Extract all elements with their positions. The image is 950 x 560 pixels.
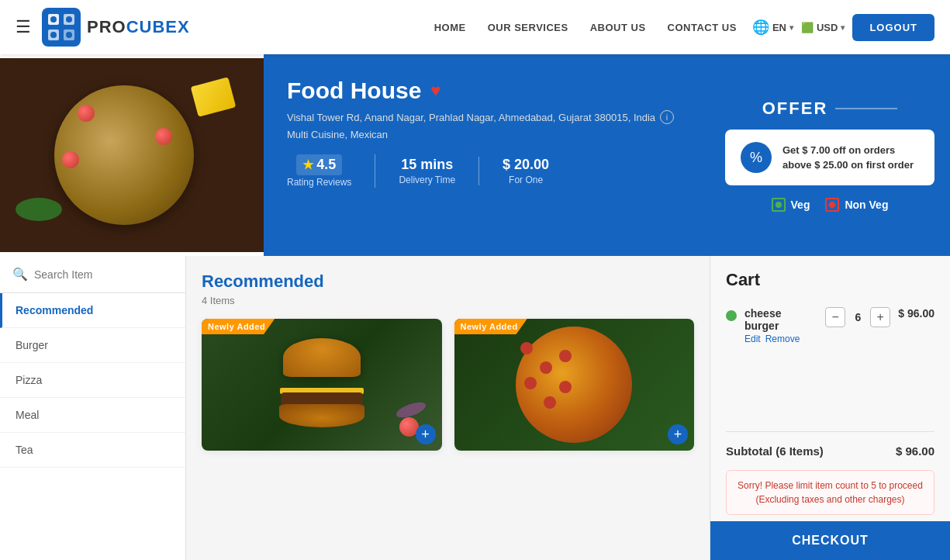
svg-point-7 bbox=[50, 32, 57, 38]
qty-control: − 6 + bbox=[825, 307, 890, 327]
newly-added-badge-2: Newly Added bbox=[454, 319, 527, 334]
bun-top bbox=[283, 338, 361, 377]
currency-chevron-icon: ▾ bbox=[841, 23, 845, 32]
add-burger-button[interactable]: + bbox=[416, 424, 436, 444]
qty-decrease-button[interactable]: − bbox=[825, 307, 845, 327]
restaurant-name: Food House bbox=[287, 78, 421, 104]
hero-info: Food House ♥ Vishal Tower Rd, Anand Naga… bbox=[264, 54, 710, 256]
food-card-burger[interactable]: Newly Added + bbox=[202, 319, 442, 451]
nonveg-filter[interactable]: Non Veg bbox=[825, 198, 888, 212]
delivery-stat: 15 mins Delivery Time bbox=[399, 157, 479, 185]
delivery-label: Delivery Time bbox=[399, 175, 455, 185]
nav-home[interactable]: HOME bbox=[434, 22, 466, 33]
cart-item-name: cheese burger bbox=[744, 307, 817, 332]
nav-about-us[interactable]: ABOUT US bbox=[590, 22, 646, 33]
logout-button[interactable]: LOGOUT bbox=[852, 14, 934, 41]
food-card-pizza[interactable]: Newly Added + bbox=[454, 319, 695, 451]
price-stat: $ 20.00 For One bbox=[503, 157, 572, 185]
cart-header: Cart bbox=[710, 256, 950, 299]
veg-nonveg-row: Veg Non Veg bbox=[772, 198, 889, 212]
hero-food-image bbox=[0, 58, 264, 252]
price-label: For One bbox=[509, 175, 543, 185]
currency-selector[interactable]: 🟩 USD ▾ bbox=[801, 22, 845, 33]
sidebar-item-meal[interactable]: Meal bbox=[0, 398, 185, 433]
subtotal-label: Subtotal (6 Items) bbox=[726, 444, 824, 458]
navbar-right: 🌐 EN ▾ 🟩 USD ▾ LOGOUT bbox=[752, 14, 934, 41]
hero-image-section bbox=[0, 54, 264, 256]
sidebar-item-pizza[interactable]: Pizza bbox=[0, 363, 185, 398]
qty-increase-button[interactable]: + bbox=[870, 307, 890, 327]
cart-item-info: cheese burger Edit Remove bbox=[744, 307, 817, 344]
rating-stat: ★ 4.5 Rating Reviews bbox=[287, 154, 375, 188]
newly-added-badge-1: Newly Added bbox=[202, 319, 275, 334]
navbar-links: HOME OUR SERVICES ABOUT US CONTACT US bbox=[434, 22, 737, 33]
subtotal-value: $ 96.00 bbox=[896, 444, 934, 458]
cart-items-list: cheese burger Edit Remove − 6 + $ 96.00 bbox=[710, 299, 950, 425]
sidebar-nav: Recommended Burger Pizza Meal Tea bbox=[0, 293, 185, 468]
stats-row: ★ 4.5 Rating Reviews 15 mins Delivery Ti… bbox=[287, 154, 686, 188]
svg-point-8 bbox=[66, 32, 72, 38]
rating-label: Rating Reviews bbox=[287, 177, 351, 188]
cuisine-type: Multi Cuisine, Mexican bbox=[287, 129, 686, 140]
search-box: 🔍 bbox=[0, 256, 185, 293]
search-input[interactable] bbox=[34, 268, 173, 281]
hamburger-icon[interactable]: ☰ bbox=[16, 17, 31, 37]
cart-panel: Cart cheese burger Edit Remove − 6 + $ 9… bbox=[710, 256, 950, 560]
star-icon: ★ bbox=[302, 157, 313, 172]
items-count: 4 Items bbox=[202, 295, 694, 306]
recommended-section-title: Recommended bbox=[202, 271, 694, 292]
bun-bottom bbox=[279, 404, 364, 427]
pizza-topping-3 bbox=[559, 350, 572, 362]
hero-section: Food House ♥ Vishal Tower Rd, Anand Naga… bbox=[0, 54, 950, 256]
main-content: 🔍 Recommended Burger Pizza Meal Tea Reco… bbox=[0, 256, 950, 560]
veg-filter[interactable]: Veg bbox=[772, 198, 810, 212]
search-icon: 🔍 bbox=[12, 267, 28, 282]
sidebar-item-tea[interactable]: Tea bbox=[0, 433, 185, 468]
nonveg-dot bbox=[828, 200, 837, 209]
offer-title: OFFER bbox=[762, 99, 898, 119]
burger-image: Newly Added + bbox=[202, 319, 442, 451]
address-info-icon[interactable]: i bbox=[660, 110, 674, 124]
pizza-topping-2 bbox=[540, 361, 552, 374]
pizza-image: Newly Added + bbox=[454, 319, 695, 451]
restaurant-address: Vishal Tower Rd, Anand Nagar, Prahlad Na… bbox=[287, 110, 686, 124]
offer-card: % Get $ 7.00 off on orders above $ 25.00… bbox=[725, 130, 934, 185]
price-value: $ 20.00 bbox=[503, 157, 549, 173]
nav-contact-us[interactable]: CONTACT US bbox=[668, 22, 737, 33]
brand: PROCUBEX bbox=[42, 8, 190, 47]
cart-warning: Sorry! Please limit item count to 5 to p… bbox=[726, 470, 934, 515]
favorite-heart-icon[interactable]: ♥ bbox=[430, 81, 440, 101]
offer-icon: % bbox=[741, 142, 772, 173]
svg-point-6 bbox=[66, 16, 72, 22]
pizza-topping-5 bbox=[559, 381, 572, 393]
cart-item-price: $ 96.00 bbox=[898, 307, 934, 320]
hero-offer: OFFER % Get $ 7.00 off on orders above $… bbox=[710, 54, 950, 256]
language-selector[interactable]: 🌐 EN ▾ bbox=[752, 19, 793, 36]
qty-value: 6 bbox=[850, 311, 865, 323]
add-pizza-button[interactable]: + bbox=[668, 424, 688, 444]
lang-chevron-icon: ▾ bbox=[789, 23, 793, 32]
sidebar-item-recommended[interactable]: Recommended bbox=[0, 293, 185, 328]
pizza-topping-6 bbox=[544, 396, 556, 409]
cart-item-veg-dot bbox=[726, 310, 737, 321]
checkout-button[interactable]: CHECKOUT bbox=[710, 521, 950, 560]
tomato-3 bbox=[155, 128, 172, 145]
remove-cart-item-link[interactable]: Remove bbox=[765, 334, 800, 344]
tomato-1 bbox=[78, 105, 95, 122]
brand-name: PROCUBEX bbox=[87, 17, 190, 37]
cart-item: cheese burger Edit Remove − 6 + $ 96.00 bbox=[726, 307, 934, 344]
pizza-topping-1 bbox=[520, 342, 533, 354]
food-cards-grid: Newly Added + Newly Added + bbox=[202, 319, 694, 451]
sidebar: 🔍 Recommended Burger Pizza Meal Tea bbox=[0, 256, 186, 560]
sidebar-item-burger[interactable]: Burger bbox=[0, 328, 185, 363]
navbar: ☰ PROCUBEX HOME OUR SERVICES ABOUT US CO… bbox=[0, 0, 950, 54]
pizza-topping-4 bbox=[524, 377, 537, 389]
delivery-value: 15 mins bbox=[401, 157, 453, 173]
veg-dot bbox=[776, 202, 782, 208]
edit-cart-item-link[interactable]: Edit bbox=[744, 334, 761, 344]
cart-item-actions: Edit Remove bbox=[744, 334, 817, 344]
offer-text: Get $ 7.00 off on orders above $ 25.00 o… bbox=[782, 143, 919, 173]
tomato-2 bbox=[62, 151, 79, 168]
nav-our-services[interactable]: OUR SERVICES bbox=[488, 22, 568, 33]
svg-rect-0 bbox=[42, 8, 81, 47]
